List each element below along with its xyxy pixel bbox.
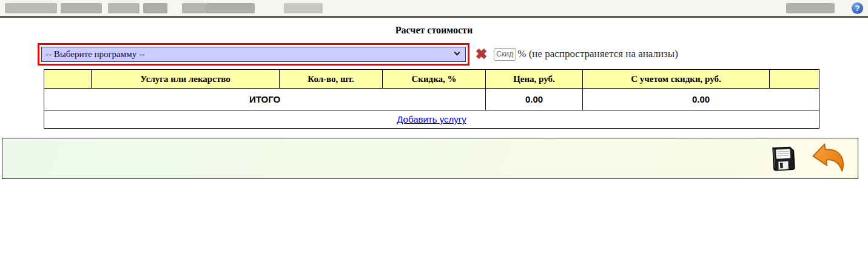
redacted-block [205,3,255,13]
total-price-discounted: 0.00 [583,89,819,110]
redacted-block [786,3,835,13]
redacted-block [108,3,140,13]
program-select[interactable]: -- Выберите программу -- [41,47,466,62]
footer-action-panel [2,138,858,179]
discount-note: % (не распространяется на анализы) [517,48,678,60]
header-price-discounted: С учетом скидки, руб. [583,70,770,89]
clear-selection-icon[interactable]: ✖ [476,47,487,61]
page: ? Расчет стоимости -- Выберите программу… [0,0,868,261]
add-service-link[interactable]: Добавить услугу [397,114,466,124]
total-price: 0.00 [486,89,583,110]
header-discount: Скидка, % [383,70,486,89]
controls-row: -- Выберите программу -- ✖ % (не распрос… [38,42,678,66]
back-arrow-icon [810,142,848,175]
table-header-row: Услуга или лекарство Кол-во, шт. Скидка,… [44,70,819,89]
save-button[interactable] [769,144,797,172]
add-service-row: Добавить услугу [44,110,819,129]
total-label: ИТОГО [44,89,486,110]
redacted-block [5,3,57,13]
header-quantity: Кол-во, шт. [280,70,383,89]
header-empty [44,70,92,89]
header-service: Услуга или лекарство [92,70,280,89]
redacted-block [143,3,167,13]
redacted-block [182,3,205,13]
top-navigation-bar: ? [0,0,868,18]
help-icon[interactable]: ? [852,2,863,14]
total-row: ИТОГО 0.00 0.00 [44,89,819,110]
program-select-highlight: -- Выберите программу -- [38,43,469,66]
page-title: Расчет стоимости [0,25,868,36]
redacted-block [61,3,102,13]
back-button[interactable] [810,142,848,175]
header-empty [770,70,819,89]
save-icon [769,144,797,172]
redacted-block [284,3,323,13]
discount-input[interactable] [494,48,516,61]
header-price: Цена, руб. [486,70,583,89]
services-table: Услуга или лекарство Кол-во, шт. Скидка,… [44,69,819,129]
